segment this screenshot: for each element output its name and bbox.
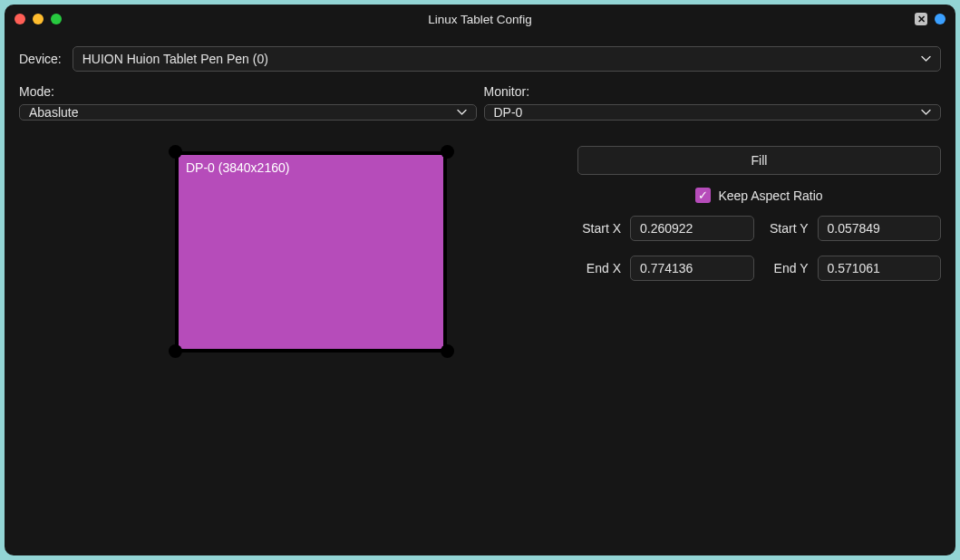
end-x-label: End X (577, 261, 621, 275)
mode-label: Mode: (19, 84, 477, 99)
monitor-select[interactable]: DP-0 (484, 104, 942, 121)
keep-aspect-row: ✓ Keep Aspect Ratio (577, 188, 941, 203)
mode-monitor-row: Mode: Abaslute Monitor: DP-0 (19, 84, 941, 121)
tablet-mapping-preview[interactable]: DP-0 (3840x2160) (19, 146, 563, 400)
maximize-window-button[interactable] (51, 14, 62, 24)
start-x-input[interactable]: 0.260922 (630, 216, 754, 241)
resize-handle-bottom-right[interactable] (441, 344, 454, 358)
app-window: Linux Tablet Config ✕ Device: HUION Huio… (5, 5, 955, 555)
check-icon: ✓ (698, 189, 708, 201)
mode-col: Mode: Abaslute (19, 84, 477, 121)
coordinate-inputs: Start X 0.260922 Start Y 0.057849 (577, 216, 941, 281)
status-dot-icon (935, 14, 945, 24)
device-row: Device: HUION Huion Tablet Pen Pen (0) (19, 46, 941, 72)
start-y-label: Start Y (765, 221, 809, 236)
titlebar-right: ✕ (915, 13, 945, 25)
content-area: Device: HUION Huion Tablet Pen Pen (0) M… (5, 34, 955, 412)
main-area: DP-0 (3840x2160) Fill ✓ Keep Aspect Rati… (19, 146, 941, 400)
resize-handle-bottom-left[interactable] (169, 344, 182, 358)
fill-button-label: Fill (752, 153, 768, 168)
start-y-pair: Start Y 0.057849 (765, 216, 942, 241)
end-y-pair: End Y 0.571061 (765, 256, 942, 281)
start-y-value: 0.057849 (828, 221, 880, 236)
resize-handle-top-left[interactable] (169, 145, 182, 159)
start-y-input[interactable]: 0.057849 (818, 216, 942, 241)
device-select-value: HUION Huion Tablet Pen Pen (0) (82, 52, 268, 66)
chevron-down-icon (921, 56, 931, 63)
keep-aspect-checkbox[interactable]: ✓ (695, 188, 711, 203)
minimize-window-button[interactable] (33, 14, 44, 24)
end-y-value: 0.571061 (828, 261, 880, 275)
fill-button[interactable]: Fill (577, 146, 941, 175)
close-window-button[interactable] (15, 14, 25, 24)
monitor-label: Monitor: (484, 84, 942, 99)
end-x-input[interactable]: 0.774136 (630, 256, 754, 281)
controls-panel: Fill ✓ Keep Aspect Ratio Start X 0.26092… (563, 146, 941, 400)
end-x-pair: End X 0.774136 (577, 256, 754, 281)
start-x-label: Start X (577, 221, 621, 236)
start-row: Start X 0.260922 Start Y 0.057849 (577, 216, 941, 241)
start-x-value: 0.260922 (640, 221, 693, 236)
device-label: Device: (19, 52, 62, 66)
monitor-select-value: DP-0 (494, 105, 523, 120)
monitor-rect[interactable]: DP-0 (3840x2160) (175, 151, 447, 352)
end-row: End X 0.774136 End Y 0.571061 (577, 256, 941, 281)
end-y-label: End Y (765, 261, 809, 275)
titlebar: Linux Tablet Config ✕ (5, 5, 955, 34)
end-x-value: 0.774136 (640, 261, 693, 275)
mode-select[interactable]: Abaslute (19, 104, 477, 121)
window-title: Linux Tablet Config (428, 13, 532, 26)
chevron-down-icon (921, 110, 931, 116)
device-select[interactable]: HUION Huion Tablet Pen Pen (0) (73, 46, 941, 72)
chevron-down-icon (457, 110, 467, 116)
start-x-pair: Start X 0.260922 (577, 216, 754, 241)
end-y-input[interactable]: 0.571061 (818, 256, 942, 281)
monitor-rect-label: DP-0 (3840x2160) (186, 160, 289, 175)
window-controls (15, 14, 62, 24)
resize-handle-top-right[interactable] (441, 145, 454, 159)
keep-aspect-label: Keep Aspect Ratio (718, 188, 822, 203)
monitor-col: Monitor: DP-0 (484, 84, 942, 121)
close-icon[interactable]: ✕ (915, 13, 927, 25)
mode-select-value: Abaslute (29, 105, 78, 120)
